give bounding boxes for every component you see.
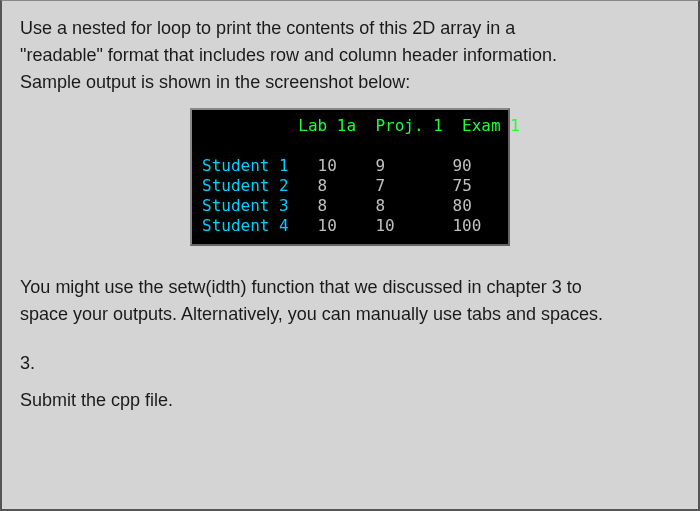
col-1-header: Lab 1a — [298, 116, 356, 135]
col-2-header: Proj. 1 — [375, 116, 442, 135]
intro-line-2: "readable" format that includes row and … — [20, 42, 680, 69]
row-2-v1: 8 — [318, 176, 328, 195]
row-2-v3: 75 — [453, 176, 472, 195]
note-block: You might use the setw(idth) function th… — [20, 274, 680, 328]
submit-instruction: Submit the cpp file. — [20, 387, 680, 414]
row-4-label: Student 4 — [202, 216, 289, 235]
intro-line-1: Use a nested for loop to print the conte… — [20, 15, 680, 42]
col-headers: Lab 1a Proj. 1 Exam 1 — [202, 116, 520, 135]
row-2-label: Student 2 — [202, 176, 289, 195]
row-3-v3: 80 — [453, 196, 472, 215]
row-3-v2: 8 — [375, 196, 385, 215]
row-1-v1: 10 — [318, 156, 337, 175]
row-4-v3: 100 — [452, 216, 481, 235]
row-3-label: Student 3 — [202, 196, 289, 215]
assignment-page: Use a nested for loop to print the conte… — [0, 0, 700, 511]
note-line-1: You might use the setw(idth) function th… — [20, 274, 680, 301]
note-line-2: space your outputs. Alternatively, you c… — [20, 301, 680, 328]
col-3-header: Exam 1 — [462, 116, 520, 135]
terminal-wrap: Lab 1a Proj. 1 Exam 1 Student 1 10 9 90 … — [20, 108, 680, 246]
row-3-v1: 8 — [318, 196, 328, 215]
sample-output-terminal: Lab 1a Proj. 1 Exam 1 Student 1 10 9 90 … — [190, 108, 510, 246]
row-1-v2: 9 — [375, 156, 385, 175]
header-pad — [202, 116, 298, 135]
intro-block: Use a nested for loop to print the conte… — [20, 15, 680, 96]
row-4-v2: 10 — [375, 216, 394, 235]
row-4-v1: 10 — [318, 216, 337, 235]
row-1-label: Student 1 — [202, 156, 289, 175]
terminal-content: Lab 1a Proj. 1 Exam 1 Student 1 10 9 90 … — [202, 116, 494, 236]
question-number: 3. — [20, 350, 680, 377]
row-2-v2: 7 — [375, 176, 385, 195]
intro-line-3: Sample output is shown in the screenshot… — [20, 69, 680, 96]
row-1-v3: 90 — [452, 156, 471, 175]
